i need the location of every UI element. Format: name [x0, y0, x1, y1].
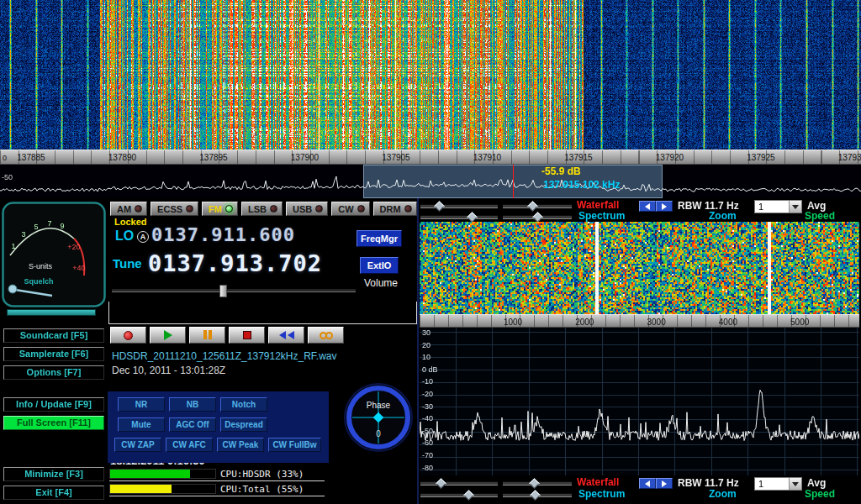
mode-button-usb[interactable]: USB — [286, 202, 328, 216]
smeter-tick-plus40: +40 — [72, 264, 85, 272]
af-avg-label: Avg — [807, 477, 826, 489]
spin-left-button[interactable] — [639, 201, 656, 212]
despread-button[interactable]: Despread — [220, 417, 267, 432]
main-spectrum-display[interactable] — [0, 165, 861, 198]
pause-button[interactable] — [189, 327, 225, 344]
spectrum-range-slider[interactable] — [420, 215, 498, 219]
af-waterfall-brightness-slider[interactable] — [420, 481, 498, 486]
slider-thumb[interactable] — [467, 212, 478, 223]
mute-button[interactable]: Mute — [118, 417, 165, 432]
main-waterfall-display[interactable] — [0, 0, 861, 150]
af-waterfall-contrast-slider[interactable] — [503, 481, 572, 486]
pause-icon — [203, 328, 213, 343]
arrow-right-icon — [662, 480, 667, 487]
cw-peak-button[interactable]: CW Peak — [217, 438, 264, 452]
slider-thumb[interactable] — [527, 201, 538, 212]
spectrum-zoom-slider[interactable] — [503, 215, 572, 219]
slider-thumb[interactable] — [529, 478, 540, 489]
af-spectrum-display[interactable] — [420, 328, 859, 475]
slider-thumb[interactable] — [532, 212, 543, 223]
squelch-level-bar[interactable] — [7, 309, 96, 316]
cw-zap-button[interactable]: CW ZAP — [114, 438, 161, 452]
arrow-right-icon — [662, 203, 667, 210]
db-scale-label: -50 — [422, 427, 433, 435]
waterfall-contrast-slider[interactable] — [503, 204, 572, 208]
tune-frequency-display[interactable]: 0137.913.702 — [148, 250, 322, 276]
nr-button[interactable]: NR — [118, 397, 165, 412]
smeter-tick-3: 3 — [21, 230, 25, 239]
af-spectrum-zoom-slider[interactable] — [503, 493, 572, 497]
phase-dial[interactable]: Phase 0 — [343, 382, 414, 453]
mode-led — [186, 205, 193, 213]
af-waterfall-shift-spinner[interactable] — [639, 478, 673, 489]
cw-afc-button[interactable]: CW AFC — [166, 438, 213, 452]
mode-label: CW — [338, 204, 353, 214]
record-button[interactable] — [110, 327, 146, 344]
db-scale-label: -80 — [422, 464, 433, 472]
zoom-label: Zoom — [709, 210, 737, 222]
agc-off-button[interactable]: AGC Off — [169, 417, 216, 432]
playback-timestamp: Dec 10, 2011 - 13:01:28Z — [112, 365, 225, 376]
mode-button-drm[interactable]: DRM — [373, 202, 417, 216]
play-button[interactable] — [150, 327, 186, 344]
freqmgr-button[interactable]: FreqMgr — [357, 230, 402, 247]
af-avg-count-select[interactable]: 1 — [754, 477, 802, 491]
select-dropdown-button[interactable] — [789, 201, 801, 213]
stop-icon — [243, 331, 251, 339]
fullscreen-button[interactable]: Full Screen [F11] — [3, 416, 104, 430]
lo-lock-badge-icon[interactable]: A — [137, 231, 149, 243]
volume-slider[interactable] — [112, 288, 356, 292]
avg-count-select[interactable]: 1 — [754, 200, 802, 213]
soundcard-button[interactable]: Soundcard [F5] — [3, 328, 104, 343]
exit-button[interactable]: Exit [F4] — [3, 486, 104, 500]
spin-left-button[interactable] — [639, 478, 656, 489]
slider-thumb[interactable] — [435, 201, 446, 212]
mode-button-ecss[interactable]: ECSS — [151, 202, 198, 216]
smeter-tick-5: 5 — [34, 223, 38, 231]
waterfall-brightness-slider[interactable] — [420, 204, 498, 208]
mode-button-cw[interactable]: CW — [331, 202, 369, 216]
select-dropdown-button[interactable] — [789, 478, 801, 490]
slider-thumb[interactable] — [531, 490, 541, 501]
cw-fullbw-button[interactable]: CW FullBw — [268, 438, 321, 452]
mode-button-am[interactable]: AM — [110, 202, 147, 216]
spectrum-label[interactable]: Spectrum — [578, 210, 625, 222]
cpu-meter-hdsdr: CPU:HDSDR (33%) — [109, 468, 325, 481]
playback-controls — [110, 327, 344, 344]
stop-button[interactable] — [229, 327, 265, 344]
waterfall-label[interactable]: Waterfall — [577, 199, 619, 211]
smeter-tick-plus20: +20 — [67, 243, 80, 251]
slider-thumb[interactable] — [436, 478, 446, 489]
loop-button[interactable] — [308, 327, 344, 344]
af-spectrum-label[interactable]: Spectrum — [578, 488, 625, 500]
spin-right-button[interactable] — [656, 201, 673, 212]
nb-button[interactable]: NB — [169, 397, 216, 412]
rewind-button[interactable] — [268, 327, 304, 344]
af-waterfall-label[interactable]: Waterfall — [577, 476, 619, 488]
smeter-needle-knob[interactable] — [8, 285, 17, 293]
spin-right-button[interactable] — [656, 478, 673, 489]
af-waterfall-display[interactable] — [420, 222, 859, 314]
af-frequency-ruler[interactable]: 10002000300040005000 — [420, 314, 859, 328]
frequency-ruler[interactable]: 0 13788513789013789513790013790513791013… — [0, 150, 861, 165]
extio-button[interactable]: ExtIO — [360, 257, 399, 274]
minimize-button[interactable]: Minimize [F3] — [3, 467, 104, 481]
lo-frequency-display[interactable]: 0137.911.600 — [151, 224, 295, 245]
mode-button-lsb[interactable]: LSB — [241, 202, 283, 216]
slider-thumb[interactable] — [463, 490, 474, 501]
mode-button-fm[interactable]: FM — [202, 202, 238, 216]
volume-slider-thumb[interactable] — [219, 285, 227, 297]
waterfall-shift-spinner[interactable] — [639, 201, 673, 212]
info-update-button[interactable]: Info / Update [F9] — [3, 397, 104, 412]
db-scale-label: 0 dB — [422, 365, 438, 374]
notch-button[interactable]: Notch — [220, 397, 267, 412]
af-spectrum-range-slider[interactable] — [420, 493, 498, 497]
ruler-frequency-label: 137925 — [738, 153, 784, 162]
smeter-tick-1: 1 — [11, 242, 15, 250]
mode-led — [270, 205, 277, 213]
af-rbw-label: RBW 11.7 Hz — [678, 477, 739, 489]
af-ruler-frequency-label: 5000 — [783, 318, 816, 327]
options-button[interactable]: Options [F7] — [3, 365, 104, 380]
cpu-meter-total: CPU:Total (55%) — [109, 483, 325, 496]
samplerate-button[interactable]: Samplerate [F6] — [3, 347, 104, 361]
